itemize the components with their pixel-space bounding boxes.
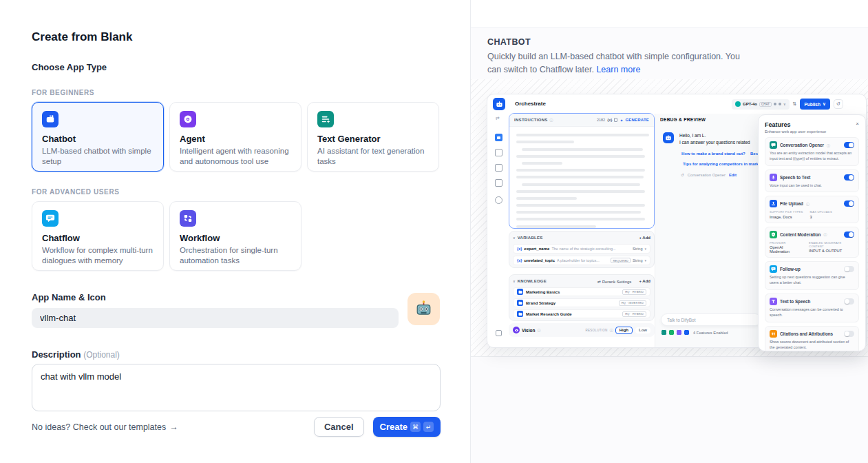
index-mode-badge: HQ · INVERTED [619,300,646,306]
citations-toggle [844,331,854,337]
variables-panel: ∨ VARIABLES + Add {x} expert_name The na… [509,231,655,268]
chat-input: Talk to DifyBot [661,313,761,326]
history-icon: ↺ [836,101,840,107]
bot-message-line1: Hello, I am L. [679,133,706,138]
debug-preview-label: DEBUG & PREVIEW [660,117,706,122]
rail-image-icon [495,149,502,156]
description-textarea[interactable]: chat with vllm model [32,364,441,411]
content-moderation-icon [770,231,777,238]
app-type-card-chatbot[interactable]: Chatbot LLM-based chatbot with simple se… [32,102,164,172]
app-name-input[interactable] [32,308,399,328]
variable-row: {x} expert_name The name of the strategi… [513,244,650,254]
create-from-blank-panel: Create from Blank Choose App Type FOR BE… [0,0,470,463]
add-knowledge-button: + Add [639,279,650,283]
collapse-icon: ∨ [513,279,516,283]
rail-bottom-icon [496,330,502,336]
app-name-label: App Name & Icon [32,292,441,302]
beginner-cards-row: Chatbot LLM-based chatbot with simple se… [32,102,441,172]
feature-item-speech-to-text: Speech to Text Voice input can be used i… [765,169,859,193]
learn-more-link[interactable]: Learn more [596,65,640,74]
card-title: Agent [180,134,291,144]
agent-icon [180,111,196,127]
type-chevron-icon: ▾ [644,247,646,251]
app-type-card-workflow[interactable]: Workflow Orchestration for single-turn a… [169,201,301,271]
knowledge-label: KNOWLEDGE [518,279,547,283]
dataset-icon [517,289,523,295]
instructions-skeleton [509,127,654,228]
token-count: 2182 [597,118,605,122]
chevron-down-icon: ∨ [823,101,826,107]
variables-label: VARIABLES [518,236,543,240]
card-desc: LLM-based chatbot with simple setup [42,146,154,167]
citations-icon [770,330,777,338]
dataset-icon [517,300,523,306]
card-desc: Workflow for complex multi-turn dialogue… [42,245,154,266]
instructions-panel: INSTRUCTIONS ⓘ 2182 {x} ✦ GENERATE [509,113,655,229]
variable-icon: {x} [517,258,522,263]
info-icon: ⓘ [610,328,613,332]
conversation-opener-toggle [844,142,854,148]
publish-button: Publish ∨ [800,99,829,110]
chatflow-icon [42,210,59,227]
speech-to-text-toggle [844,174,854,181]
preview-page-title: Orchestrate [515,101,546,107]
knowledge-row: Brand Strategy HQ · INVERTED [513,298,650,307]
features-subtitle: Enhance web app user experience [765,130,859,134]
advanced-cards-row: Chatflow Workflow for complex multi-turn… [32,201,441,271]
collapse-icon: ∨ [513,236,516,240]
features-enabled-row: 4 Features Enabled [661,329,728,336]
model-selector: GPT-4o CHAT ∨ [732,99,790,110]
required-badge: REQUIRED [611,258,631,263]
params-sliders-icon: ⇅ [793,101,797,107]
feature-item-conversation-opener: Conversation Opener ⓘ You are an entity … [765,137,859,166]
create-button-label: Create [380,422,407,432]
cmd-key-icon: ⌘ [410,422,421,432]
history-button: ↺ [834,99,843,109]
app-type-card-text-generator[interactable]: Text Generator AI assistant for text gen… [307,102,439,172]
preview-top-strip [471,0,868,28]
feature-item-content-moderation: Content Moderation ⓘ PROVIDEROpenAI Mode… [765,227,859,258]
follow-up-toggle [844,266,854,272]
copy-icon [614,118,617,122]
app-name-row [32,308,441,328]
index-mode-badge: HQ · HYBRID [622,289,646,295]
suggestion-link-truncated: Bes [750,152,758,156]
info-icon: ⓘ [827,143,830,147]
rail-swap-icon: ⇄ [496,116,500,121]
create-button[interactable]: Create ⌘ ↵ [373,417,441,437]
card-title: Workflow [180,233,291,243]
cancel-button[interactable]: Cancel [314,417,364,437]
info-icon: ⓘ [806,202,809,206]
features-enabled-label: 4 Features Enabled [693,331,728,335]
rail-logs-icon [495,164,502,172]
opener-label: Conversation Opener [688,173,726,177]
index-mode-badge: HQ · HYBRID [622,311,646,317]
conversation-opener-icon [770,141,777,149]
card-desc: Orchestration for single-turn automation… [180,245,291,266]
dataset-icon [517,311,523,317]
add-variable-button: + Add [639,236,650,240]
choose-app-type-label: Choose App Type [32,62,441,72]
bot-message-line2: I can answer your questions related [679,140,750,145]
instructions-label: INSTRUCTIONS [514,118,548,122]
knowledge-panel: ∨ KNOWLEDGE ⇄ Rerank Settings + Add Mark… [509,274,655,321]
templates-link[interactable]: No ideas? Check out our templates [32,422,166,432]
variable-icon: {x} [517,247,522,251]
speech-chip-icon [676,329,682,336]
enter-key-icon: ↵ [423,422,434,432]
feature-item-file-upload: File Upload ⓘ SUPPORT FILE TYPESImage, D… [765,196,859,223]
app-icon-robot[interactable] [407,293,440,325]
resolution-high-button: High [615,327,633,334]
chevron-down-icon: ∨ [783,102,786,106]
model-provider-icon [735,101,741,107]
rerank-icon: ⇄ [597,280,601,284]
vision-eye-icon [513,327,520,333]
app-type-card-chatflow[interactable]: Chatflow Workflow for complex multi-turn… [32,201,164,271]
app-type-card-agent[interactable]: Agent Intelligent agent with reasoning a… [169,102,301,172]
opener-edit-link: Edit [729,173,737,177]
follow-up-icon [770,265,777,273]
moderation-chip-icon [668,329,675,336]
info-icon: ⓘ [823,232,827,236]
app-type-heading: CHATBOT [487,37,851,47]
rail-docs-icon [495,179,502,187]
